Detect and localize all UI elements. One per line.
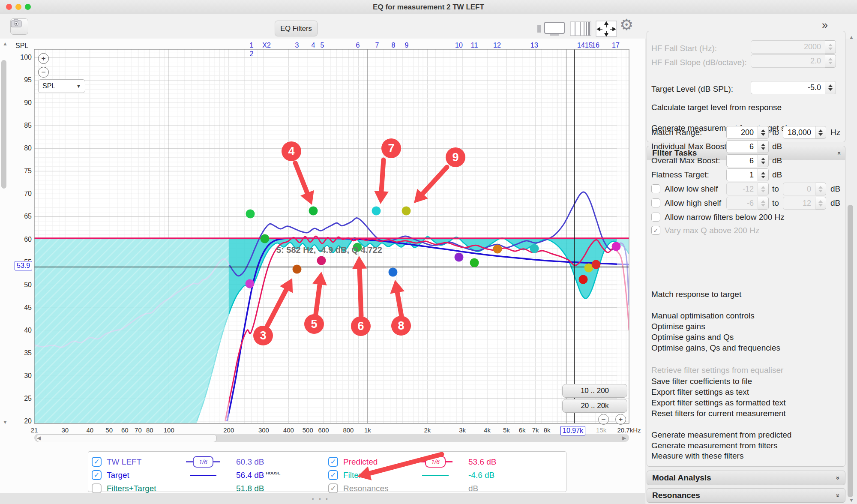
range-10-200-button[interactable]: 10 .. 200 <box>562 384 627 398</box>
checkbox-allow-narrow-filters-below-hz[interactable] <box>651 213 660 222</box>
collapse-icon[interactable]: » <box>834 151 842 155</box>
eq-filters-view-button[interactable]: EQ Filters <box>275 21 318 36</box>
more-toolbar-icon[interactable]: » <box>822 19 828 31</box>
target-level-db-spl-input[interactable]: -5.0 <box>751 81 825 94</box>
action-optimise-gains[interactable]: Optimise gains <box>651 322 705 331</box>
stepper-control[interactable] <box>758 197 769 210</box>
scroll-up-icon[interactable]: ▲ <box>3 41 8 47</box>
expand-icon[interactable]: » <box>834 476 842 480</box>
action-generate-measurement-from-filters[interactable]: Generate measurement from filters <box>651 441 778 450</box>
filter-number-label[interactable]: 13 <box>526 42 543 49</box>
action-generate-measurement-from-predicted[interactable]: Generate measurement from predicted <box>651 430 791 440</box>
legend-style-sample <box>408 471 463 479</box>
filter-number-label[interactable]: 2 <box>243 50 260 58</box>
horizontal-scrollbar-thumb[interactable] <box>36 434 217 442</box>
action-match-response-to-target[interactable]: Match response to target <box>651 290 741 299</box>
panel-scrollbar-thumb[interactable] <box>848 205 853 497</box>
stepper-control[interactable] <box>825 81 836 94</box>
scroll-left-icon[interactable]: ◀ <box>37 435 41 441</box>
shelf-to-input[interactable]: 0 <box>783 183 815 195</box>
gear-icon[interactable]: ⚙ <box>620 16 633 34</box>
layout-strip-icon[interactable] <box>537 25 541 33</box>
y-axis-tick: 65 <box>13 213 32 220</box>
axis-mode-select[interactable]: SPL ▼ <box>38 79 85 93</box>
expand-icon[interactable]: » <box>834 494 842 497</box>
checkbox-label: Vary max Q above 200 Hz <box>665 226 759 235</box>
action-optimise-gains-and-qs[interactable]: Optimise gains and Qs <box>651 333 734 342</box>
stepper-control[interactable] <box>758 126 769 139</box>
legend-checkbox-target[interactable]: ✓ <box>92 470 102 480</box>
filter-number-label[interactable]: 17 <box>607 42 624 49</box>
filter-number-label[interactable]: 11 <box>466 42 483 49</box>
action-reset-filters-for-current-measurement[interactable]: Reset filters for current measurement <box>651 409 786 418</box>
y-axis-tick: 95 <box>13 76 32 84</box>
action-measure-with-these-filters[interactable]: Measure with these filters <box>651 451 743 461</box>
range-20-20k-button[interactable]: 20 .. 20k <box>562 399 627 413</box>
filter-number-label[interactable]: 1 <box>243 42 260 49</box>
stepper-control[interactable] <box>815 183 826 195</box>
filter-number-label[interactable]: 10 <box>450 42 467 49</box>
shelf-to-input[interactable]: 12 <box>783 197 815 210</box>
action-manual-optimisation-controls[interactable]: Manual optimisation controls <box>651 311 755 321</box>
hf-fall-start-hz-input[interactable]: 2000 <box>751 40 825 54</box>
section-title: Modal Analysis <box>652 473 711 483</box>
vertical-scrollbar-thumb[interactable] <box>1 60 6 189</box>
legend-checkbox-resonances[interactable]: ✓ <box>328 483 338 493</box>
action-export-filter-settings-as-formatted-text[interactable]: Export filter settings as formatted text <box>651 398 786 408</box>
x-zoom-in-button[interactable]: + <box>615 414 626 425</box>
stepper-control[interactable] <box>815 126 826 139</box>
legend-checkbox-filters-target[interactable] <box>92 483 102 493</box>
frequency-scale-button[interactable] <box>570 21 591 36</box>
legend-checkbox-filters[interactable]: ✓ <box>328 470 338 480</box>
checkbox-allow-low-shelf[interactable] <box>651 184 660 193</box>
legend-row: ✓ResonancesdB <box>328 482 560 495</box>
legend-trace-label: Target <box>107 471 175 480</box>
capture-button[interactable] <box>10 18 28 35</box>
drag-handle[interactable]: • • • <box>312 496 330 502</box>
filter-number-label[interactable]: 3 <box>288 42 306 49</box>
filter-number-label[interactable]: X2 <box>258 42 275 49</box>
match-range-from-input[interactable]: 200 <box>726 126 758 139</box>
filter-number-label[interactable]: 9 <box>398 42 415 49</box>
scroll-right-icon[interactable]: ▶ <box>622 435 626 441</box>
filter-number-label[interactable]: 16 <box>587 42 604 49</box>
filter-number-label[interactable]: 5 <box>314 42 331 49</box>
action-calculate-target-level-from-response[interactable]: Calculate target level from response <box>651 103 782 112</box>
action-export-filter-settings-as-text[interactable]: Export filter settings as text <box>651 387 749 397</box>
section-modal-analysis[interactable]: Modal Analysis» <box>647 471 845 485</box>
panel-scroll-down-icon[interactable]: ▼ <box>849 497 854 503</box>
shelf-from-input[interactable]: -12 <box>726 183 758 195</box>
stepper-control[interactable] <box>825 54 836 68</box>
graph-window-icon[interactable] <box>543 21 566 36</box>
legend-checkbox-tw-left[interactable]: ✓ <box>92 457 102 467</box>
checkbox-allow-high-shelf[interactable] <box>651 198 660 207</box>
stepper-control[interactable] <box>758 140 769 153</box>
match-range-to-input[interactable]: 18,000 <box>783 126 815 139</box>
stepper-control[interactable] <box>825 40 836 54</box>
y-axis-tick: 35 <box>13 349 32 357</box>
stepper-control[interactable] <box>815 197 826 210</box>
action-save-filter-coefficients-to-file[interactable]: Save filter coefficients to file <box>651 377 752 386</box>
action-optimise-gains-qs-and-frequencies[interactable]: Optimise gains, Qs and frequencies <box>651 343 780 353</box>
zoom-out-button[interactable]: − <box>38 67 49 78</box>
zoom-in-button[interactable]: + <box>38 53 49 64</box>
panel-scroll-up-icon[interactable]: ▲ <box>849 34 854 40</box>
legend-checkbox-predicted[interactable]: ✓ <box>328 457 338 467</box>
shelf-from-input[interactable]: -6 <box>726 197 758 210</box>
hf-fall-slope-db-octave-input[interactable]: 2.0 <box>751 54 825 68</box>
filter-number-label[interactable]: 6 <box>349 42 366 49</box>
stepper-control[interactable] <box>758 183 769 195</box>
unit-label: dB <box>772 156 782 165</box>
field-label: Overall Max Boost: <box>651 156 720 165</box>
overall-max-boost-input[interactable]: 6 <box>726 154 758 167</box>
flatness-target-input[interactable]: 1 <box>726 168 758 181</box>
stepper-control[interactable] <box>758 168 769 181</box>
filter-number-label[interactable]: 7 <box>369 42 386 49</box>
stepper-control[interactable] <box>758 154 769 167</box>
x-zoom-out-button[interactable]: − <box>598 414 609 425</box>
section-resonances[interactable]: Resonances» <box>647 488 845 503</box>
individual-max-boost-input[interactable]: 6 <box>726 140 758 153</box>
pan-controls[interactable] <box>596 21 617 37</box>
filter-number-label[interactable]: 12 <box>488 42 506 49</box>
scroll-down-icon[interactable]: ▼ <box>3 419 8 425</box>
